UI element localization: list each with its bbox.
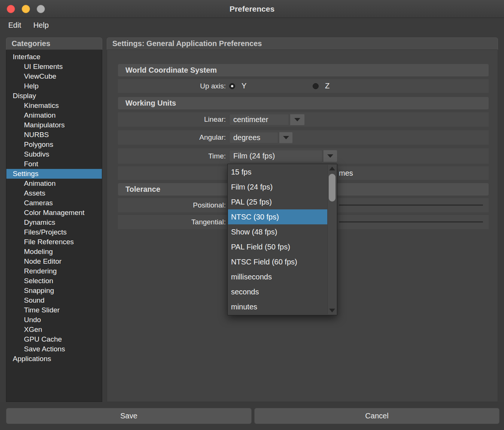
sidebar-item-applications[interactable]: Applications bbox=[6, 354, 102, 364]
time-dropdown[interactable]: Film (24 fps) bbox=[229, 150, 337, 162]
positional-slider[interactable] bbox=[339, 205, 483, 206]
sidebar-item-kinematics[interactable]: Kinematics bbox=[6, 101, 102, 110]
settings-page-title: Settings: General Application Preference… bbox=[107, 37, 498, 50]
sidebar-item-node-editor[interactable]: Node Editor bbox=[6, 257, 102, 266]
footer-bar: Save Cancel bbox=[0, 402, 504, 430]
sidebar-item-gpu-cache[interactable]: GPU Cache bbox=[6, 334, 102, 344]
dropdown-option-ntsc-30-fps[interactable]: NTSC (30 fps) bbox=[228, 209, 328, 224]
sidebar-item-assets[interactable]: Assets bbox=[6, 188, 102, 198]
chevron-down-icon bbox=[327, 154, 333, 158]
angular-value[interactable]: degrees bbox=[229, 132, 278, 143]
sidebar-item-undo[interactable]: Undo bbox=[6, 315, 102, 325]
chevron-down-icon bbox=[294, 118, 300, 121]
preferences-window: Preferences Edit Help Categories Setting… bbox=[0, 0, 504, 430]
up-axis-z-radio[interactable] bbox=[313, 83, 319, 89]
sidebar-item-color-management[interactable]: Color Management bbox=[6, 208, 102, 218]
sidebar-item-file-references[interactable]: File References bbox=[6, 237, 102, 247]
sidebar-item-selection[interactable]: Selection bbox=[6, 276, 102, 286]
angular-label: Angular: bbox=[118, 130, 226, 145]
positional-label: Positional: bbox=[118, 198, 226, 212]
sidebar-item-help[interactable]: Help bbox=[6, 81, 102, 91]
dropdown-option-pal-25-fps[interactable]: PAL (25 fps) bbox=[228, 194, 328, 209]
menu-edit[interactable]: Edit bbox=[3, 18, 26, 30]
menu-bar: Edit Help bbox=[0, 18, 504, 33]
categories-header: Categories bbox=[6, 37, 102, 50]
linear-dropdown-button[interactable] bbox=[290, 114, 305, 125]
dropdown-option-pal-field-50-fps[interactable]: PAL Field (50 fps) bbox=[228, 239, 328, 254]
dropdown-scrollbar[interactable] bbox=[327, 165, 336, 314]
title-bar: Preferences bbox=[0, 0, 504, 18]
linear-label: Linear: bbox=[118, 112, 226, 127]
sidebar-item-subdivs[interactable]: Subdivs bbox=[6, 149, 102, 159]
category-list: InterfaceUI ElementsViewCubeHelpDisplayK… bbox=[6, 50, 102, 402]
time-dropdown-popup: 15 fpsFilm (24 fps)PAL (25 fps)NTSC (30 … bbox=[227, 164, 337, 315]
angular-dropdown[interactable]: degrees bbox=[229, 132, 293, 143]
time-dropdown-button[interactable] bbox=[323, 150, 337, 162]
up-axis-row: Up axis: Y Z bbox=[118, 79, 489, 93]
scroll-up-icon[interactable] bbox=[329, 167, 335, 170]
sidebar-item-files-projects[interactable]: Files/Projects bbox=[6, 227, 102, 237]
keep-keys-partial-text: mes bbox=[339, 166, 353, 180]
sidebar-item-settings[interactable]: Settings bbox=[6, 169, 102, 179]
section-world-coordinate-system: World Coordinate System bbox=[118, 64, 489, 76]
linear-row: Linear: centimeter bbox=[118, 112, 489, 127]
time-row: Time: Film (24 fps) bbox=[118, 148, 489, 164]
chevron-down-icon bbox=[283, 136, 289, 139]
sidebar-item-rendering[interactable]: Rendering bbox=[6, 266, 102, 276]
up-axis-label: Up axis: bbox=[118, 79, 226, 93]
angular-row: Angular: degrees bbox=[118, 130, 489, 145]
dropdown-option-minutes[interactable]: minutes bbox=[228, 299, 328, 314]
sidebar-item-font[interactable]: Font bbox=[6, 159, 102, 169]
dropdown-option-seconds[interactable]: seconds bbox=[228, 284, 328, 299]
sidebar-item-manipulators[interactable]: Manipulators bbox=[6, 120, 102, 130]
dropdown-option-ntsc-field-60-fps[interactable]: NTSC Field (60 fps) bbox=[228, 254, 328, 269]
sidebar-item-cameras[interactable]: Cameras bbox=[6, 198, 102, 208]
up-axis-y-label: Y bbox=[242, 79, 246, 93]
save-button[interactable]: Save bbox=[6, 408, 252, 424]
tangential-label: Tangential: bbox=[118, 215, 226, 229]
sidebar-item-sound[interactable]: Sound bbox=[6, 296, 102, 305]
sidebar-item-polygons[interactable]: Polygons bbox=[6, 140, 102, 149]
up-axis-y-radio[interactable] bbox=[229, 83, 235, 89]
dropdown-option-milliseconds[interactable]: milliseconds bbox=[228, 269, 328, 284]
angular-dropdown-button[interactable] bbox=[279, 132, 293, 143]
section-working-units: Working Units bbox=[118, 97, 489, 109]
sidebar-item-nurbs[interactable]: NURBS bbox=[6, 130, 102, 140]
time-value[interactable]: Film (24 fps) bbox=[229, 150, 322, 162]
dropdown-option-show-48-fps[interactable]: Show (48 fps) bbox=[228, 224, 328, 239]
scrollbar-thumb[interactable] bbox=[329, 174, 336, 202]
sidebar-item-dynamics[interactable]: Dynamics bbox=[6, 218, 102, 227]
linear-dropdown[interactable]: centimeter bbox=[229, 114, 305, 125]
sidebar-item-animation[interactable]: Animation bbox=[6, 110, 102, 120]
scroll-down-icon[interactable] bbox=[329, 309, 335, 312]
tangential-slider[interactable] bbox=[339, 221, 483, 222]
sidebar-item-viewcube[interactable]: ViewCube bbox=[6, 72, 102, 81]
dropdown-option-film-24-fps[interactable]: Film (24 fps) bbox=[228, 179, 328, 194]
sidebar-item-xgen[interactable]: XGen bbox=[6, 325, 102, 334]
cancel-button[interactable]: Cancel bbox=[254, 408, 500, 424]
sidebar-item-modeling[interactable]: Modeling bbox=[6, 247, 102, 257]
window-title: Preferences bbox=[0, 0, 504, 18]
time-label: Time: bbox=[118, 148, 226, 164]
dropdown-option-15-fps[interactable]: 15 fps bbox=[228, 164, 328, 179]
linear-value[interactable]: centimeter bbox=[229, 114, 289, 125]
sidebar-item-ui-elements[interactable]: UI Elements bbox=[6, 62, 102, 72]
sidebar-item-snapping[interactable]: Snapping bbox=[6, 286, 102, 296]
sidebar-item-display[interactable]: Display bbox=[6, 91, 102, 101]
menu-help[interactable]: Help bbox=[28, 18, 54, 30]
up-axis-z-label: Z bbox=[325, 79, 330, 93]
sidebar-item-interface[interactable]: Interface bbox=[6, 52, 102, 62]
sidebar-item-save-actions[interactable]: Save Actions bbox=[6, 344, 102, 354]
time-dropdown-list: 15 fpsFilm (24 fps)PAL (25 fps)NTSC (30 … bbox=[228, 164, 328, 314]
sidebar-item-animation[interactable]: Animation bbox=[6, 179, 102, 188]
sidebar-item-time-slider[interactable]: Time Slider bbox=[6, 305, 102, 315]
